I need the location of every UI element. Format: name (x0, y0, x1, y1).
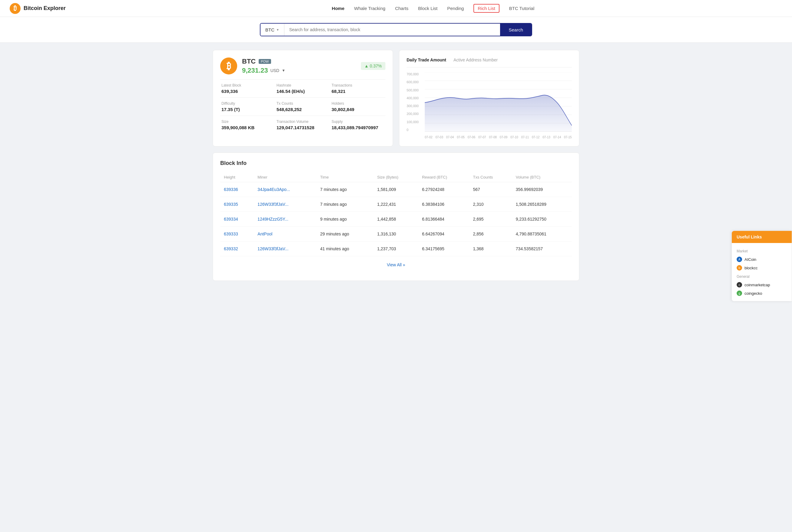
stat-transactions: Transactions 68,321 (330, 80, 385, 98)
cell-volume: 1,508.26518289 (512, 197, 572, 212)
stat-value-holders: 30,802,849 (332, 107, 384, 112)
main-nav: Home Whale Tracking Charts Block List Pe… (84, 6, 782, 11)
y-label-7: 700,000 (407, 72, 423, 76)
blockcc-icon: b (737, 265, 742, 270)
stat-value-tx-counts: 548,628,252 (276, 107, 329, 112)
table-row: 639336 34Jpa4Eu3Apo... 7 minutes ago 1,5… (220, 182, 572, 197)
table-row: 639334 1249HZzzG5Y... 9 minutes ago 1,44… (220, 212, 572, 227)
nav-whale-tracking[interactable]: Whale Tracking (354, 6, 385, 11)
cell-volume: 734.53582157 (512, 242, 572, 256)
nav-pending[interactable]: Pending (447, 6, 464, 11)
height-link[interactable]: 639335 (224, 202, 238, 207)
miner-link[interactable]: 34Jpa4Eu3Apo... (257, 187, 290, 192)
currency-selector[interactable]: BTC ▼ (260, 24, 284, 36)
chart-tabs: Daily Trade Amount Active Address Number (407, 57, 572, 68)
price-dropdown-icon[interactable]: ▼ (282, 69, 285, 73)
x-label-5: 07-07 (478, 136, 486, 139)
stat-value-size: 359,900,088 KB (221, 125, 274, 130)
miner-link[interactable]: 126W33f3fJaV... (257, 202, 288, 207)
stat-latest-block: Latest Block 639,336 (220, 80, 275, 98)
nav-charts[interactable]: Charts (395, 6, 408, 11)
cell-time: 7 minutes ago (316, 197, 373, 212)
nav-block-list[interactable]: Block List (418, 6, 438, 11)
btc-name-row: BTC POW (242, 57, 285, 65)
stat-size: Size 359,900,088 KB (220, 116, 275, 134)
cell-reward: 6.81366484 (419, 212, 469, 227)
search-button[interactable]: Search (500, 24, 532, 36)
cell-volume: 4,790.88735061 (512, 227, 572, 242)
view-all-button[interactable]: View All » (387, 262, 405, 267)
stat-label-latest-block: Latest Block (221, 83, 274, 88)
stat-hashrate: Hashrate 146.54 (EH/s) (275, 80, 330, 98)
cell-volume: 356.99692039 (512, 182, 572, 197)
cell-txs: 567 (469, 182, 512, 197)
cell-time: 9 minutes ago (316, 212, 373, 227)
btc-stats-card: ₿ BTC POW 9,231.23 USD ▼ ▲ 0.37% (213, 50, 393, 147)
x-label-3: 07-05 (457, 136, 465, 139)
col-time: Time (316, 172, 373, 182)
stat-label-tx-volume: Transaction Volume (276, 119, 329, 124)
miner-link[interactable]: 1249HZzzG5Y... (257, 217, 288, 222)
link-aicoin[interactable]: A AICoin (737, 255, 787, 264)
table-row: 639333 AntPool 29 minutes ago 1,316,130 … (220, 227, 572, 242)
cell-time: 41 minutes ago (316, 242, 373, 256)
stat-value-difficulty: 17.35 (T) (221, 107, 274, 112)
cell-reward: 6.38384106 (419, 197, 469, 212)
col-reward: Reward (BTC) (419, 172, 469, 182)
cell-reward: 6.27924248 (419, 182, 469, 197)
useful-links-panel: Useful Links Market A AICoin b blockcc G… (732, 231, 792, 288)
btc-logo-icon: ₿ (10, 3, 21, 14)
useful-links-body: Market A AICoin b blockcc General c coin… (732, 243, 792, 288)
cell-size: 1,222,431 (373, 197, 419, 212)
coinmarketcap-label: coinmarketcap (745, 283, 770, 287)
x-label-13: 07-15 (564, 136, 572, 139)
x-label-2: 07-04 (446, 136, 454, 139)
nav-btc-tutorial[interactable]: BTC Tutorial (509, 6, 534, 11)
chart-x-labels: 07-02 07-03 07-04 07-05 07-06 07-07 07-0… (425, 136, 572, 139)
x-label-10: 07-12 (532, 136, 540, 139)
link-blockcc[interactable]: b blockcc (737, 264, 787, 272)
cell-reward: 6.34175695 (419, 242, 469, 256)
cell-time: 7 minutes ago (316, 182, 373, 197)
col-txs: Txs Counts (469, 172, 512, 182)
height-link[interactable]: 639334 (224, 217, 238, 222)
table-row: 639335 126W33f3fJaV... 7 minutes ago 1,2… (220, 197, 572, 212)
cell-size: 1,316,130 (373, 227, 419, 242)
tab-daily-trade[interactable]: Daily Trade Amount (407, 57, 446, 63)
height-link[interactable]: 639336 (224, 187, 238, 192)
nav-rich-list[interactable]: Rich List (474, 4, 500, 13)
height-link[interactable]: 639333 (224, 231, 238, 236)
y-label-1: 100,000 (407, 120, 423, 124)
y-label-2: 200,000 (407, 112, 423, 116)
cell-txs: 1,368 (469, 242, 512, 256)
col-size: Size (Bytes) (373, 172, 419, 182)
brand-logo[interactable]: ₿ Bitcoin Explorer (10, 3, 66, 14)
col-volume: Volume (BTC) (512, 172, 572, 182)
cell-txs: 2,856 (469, 227, 512, 242)
stat-supply: Supply 18,433,089.794970997 (330, 116, 385, 134)
miner-link[interactable]: AntPool (257, 231, 272, 236)
search-input[interactable] (284, 24, 500, 36)
view-all-row: View All » (220, 256, 572, 273)
x-label-9: 07-11 (521, 136, 529, 139)
cell-height: 639335 (220, 197, 254, 212)
chart-area: 700,000 600,000 500,000 400,000 300,000 … (407, 72, 572, 139)
chart-y-labels: 700,000 600,000 500,000 400,000 300,000 … (407, 72, 423, 132)
stat-label-transactions: Transactions (332, 83, 384, 88)
blockcc-label: blockcc (745, 266, 757, 270)
x-label-1: 07-03 (435, 136, 443, 139)
link-coinmarketcap[interactable]: c coinmarketcap (737, 281, 787, 288)
nav-home[interactable]: Home (332, 6, 345, 11)
tab-active-address[interactable]: Active Address Number (453, 57, 498, 63)
height-link[interactable]: 639332 (224, 246, 238, 251)
cell-miner: 34Jpa4Eu3Apo... (254, 182, 316, 197)
chart-card: Daily Trade Amount Active Address Number… (399, 50, 579, 147)
aicoin-label: AICoin (745, 257, 756, 262)
search-section: BTC ▼ Search (0, 17, 792, 43)
cell-txs: 2,695 (469, 212, 512, 227)
col-miner: Miner (254, 172, 316, 182)
miner-link[interactable]: 126W33f3fJaV... (257, 246, 288, 251)
general-section-title: General (737, 274, 787, 279)
pow-badge: POW (259, 59, 271, 64)
block-info-title: Block Info (220, 160, 572, 167)
